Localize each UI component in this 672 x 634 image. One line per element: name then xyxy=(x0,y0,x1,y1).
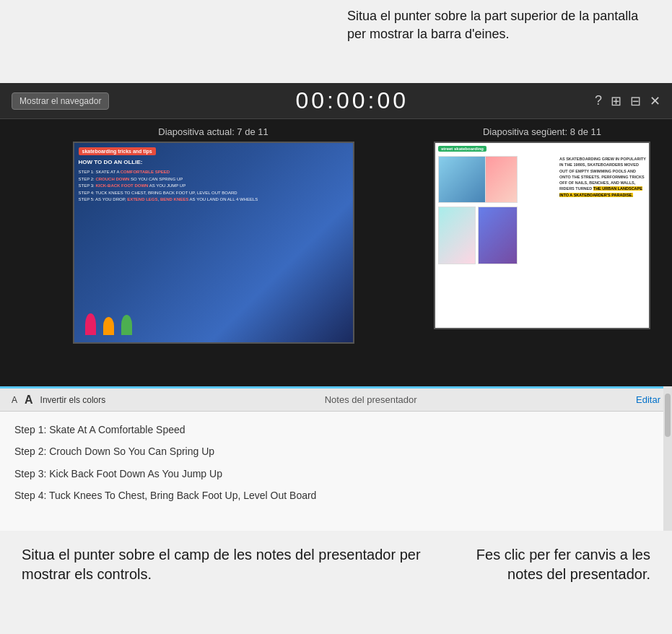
slide-step-2: STEP 2: CROUCH DOWN SO YOU CAN SPRING UP xyxy=(79,176,349,183)
next-slide-tag: street skateboarding xyxy=(438,146,486,152)
bottom-right-tooltip-text: Fes clic per fer canvis a les notes del … xyxy=(448,545,650,584)
font-large-button[interactable]: A xyxy=(25,394,33,407)
font-small-button[interactable]: A xyxy=(12,395,17,405)
slide-step-3: STEP 3: KICK-BACK FOOT DOWN AS YOU JUMP … xyxy=(79,183,349,190)
next-slide-bg: street skateboarding AS SKATEBOARDING GR… xyxy=(435,143,649,328)
show-navigator-button[interactable]: Mostrar el navegador xyxy=(12,92,109,110)
next-slide-label: Diapositiva següent: 8 de 11 xyxy=(483,126,601,137)
current-slide-bg: skateboarding tricks and tips HOW TO DO … xyxy=(74,143,353,342)
figure-2 xyxy=(103,317,114,335)
current-slide-tag: skateboarding tricks and tips xyxy=(79,147,156,155)
next-slide-frame: street skateboarding AS SKATEBOARDING GR… xyxy=(434,142,650,329)
current-slide-frame: skateboarding tricks and tips HOW TO DO … xyxy=(73,142,354,344)
figure-3 xyxy=(121,315,132,335)
slide-step-4: STEP 4: TUCK KNEES TO CHEST, BRING BACK … xyxy=(79,190,349,197)
current-slide-title: HOW TO DO AN OLLIE: xyxy=(79,159,143,165)
invert-colors-button[interactable]: Invertir els colors xyxy=(40,395,106,405)
note-item-4: Step 4: Tuck Knees To Chest, Bring Back … xyxy=(14,485,658,506)
slide-steps: STEP 1: SKATE AT A COMFORTABLE SPEED STE… xyxy=(79,169,349,204)
help-icon[interactable]: ? xyxy=(595,93,602,108)
presenter-window: Mostrar el navegador 00:00:00 ? ⊞ ⊟ ✕ Di… xyxy=(0,83,672,386)
current-slide-section: Diapositiva actual: 7 de 11 skateboardin… xyxy=(14,126,412,379)
display-icon[interactable]: ⊞ xyxy=(611,93,621,109)
photo-4 xyxy=(478,207,518,264)
topbar-icons: ? ⊞ ⊟ ✕ xyxy=(595,93,660,109)
scrollbar[interactable] xyxy=(663,386,672,531)
close-icon[interactable]: ✕ xyxy=(650,93,660,109)
top-tooltip-text: Situa el punter sobre la part superior d… xyxy=(347,7,650,43)
notes-panel-title: Notes del presentador xyxy=(325,394,417,405)
slide-step-1: STEP 1: SKATE AT A COMFORTABLE SPEED xyxy=(79,169,349,176)
notes-toolbar-left: A A Invertir els colors xyxy=(12,394,105,407)
next-slide-text: AS SKATEBOARDING GREW IN POPULARITY IN T… xyxy=(559,156,646,198)
note-item-2: Step 2: Crouch Down So You Can Spring Up xyxy=(14,440,658,462)
current-slide-label: Diapositiva actual: 7 de 11 xyxy=(158,126,268,137)
bottom-tooltips-area: Situa el punter sobre el camp de les not… xyxy=(0,531,672,634)
next-slide-section: Diapositiva següent: 8 de 11 street skat… xyxy=(427,126,658,379)
slide-step-5: STEP 5: AS YOU DROP, EXTEND LEGS, BEND K… xyxy=(79,196,349,204)
bottom-left-tooltip-text: Situa el punter sobre el camp de les not… xyxy=(22,545,448,584)
note-item-1: Step 1: Skate At A Comfortable Speed xyxy=(14,419,658,440)
slide-figure xyxy=(82,292,139,335)
notes-content: Step 1: Skate At A Comfortable Speed Ste… xyxy=(0,412,672,514)
notes-toolbar: A A Invertir els colors Notes del presen… xyxy=(0,388,672,412)
top-tooltip-area: Situa el punter sobre la part superior d… xyxy=(0,0,672,83)
photo-2 xyxy=(485,156,518,203)
photo-collage xyxy=(438,156,518,264)
figure-1 xyxy=(85,313,96,335)
photo-1 xyxy=(438,156,489,203)
monitor-icon[interactable]: ⊟ xyxy=(630,93,641,109)
timer-display: 00:00:00 xyxy=(295,87,409,114)
scrollbar-thumb[interactable] xyxy=(665,394,671,437)
note-item-3: Step 3: Kick Back Foot Down As You Jump … xyxy=(14,463,658,485)
presenter-topbar: Mostrar el navegador 00:00:00 ? ⊞ ⊟ ✕ xyxy=(0,83,672,119)
edit-notes-button[interactable]: Editar xyxy=(636,394,660,405)
slides-area: Diapositiva actual: 7 de 11 skateboardin… xyxy=(0,119,672,386)
notes-panel: A A Invertir els colors Notes del presen… xyxy=(0,386,672,531)
photo-3 xyxy=(438,207,476,264)
